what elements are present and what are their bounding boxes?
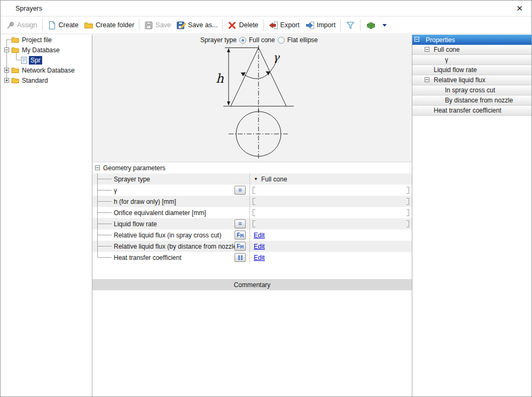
create-folder-button[interactable]: Create folder — [81, 19, 137, 31]
equals-editor-icon[interactable]: = — [234, 186, 246, 195]
folder-icon — [11, 67, 19, 74]
commentary-header: Commentary — [92, 279, 412, 290]
database-tree: Project file My Database Spr Network Dat… — [1, 35, 92, 396]
diagram-angle-label: γ — [273, 51, 280, 63]
liquid-flow-rate-input[interactable] — [249, 218, 412, 229]
export-icon — [269, 21, 278, 30]
collapse-minus-icon[interactable] — [4, 47, 9, 52]
component-icon — [365, 21, 377, 30]
toolbar-separator — [263, 19, 264, 31]
properties-panel: Properties Full cone γ Liquid flow rate … — [412, 35, 531, 396]
tree-item-project-file[interactable]: Project file — [1, 35, 92, 45]
collapse-minus-icon[interactable] — [425, 47, 429, 52]
save-as-icon — [176, 21, 186, 30]
orifice-diameter-input[interactable] — [249, 207, 412, 218]
param-row-flux-cross-cut: Relative liquid flux (in spray cross cut… — [92, 229, 412, 241]
save-button[interactable]: Save — [142, 19, 174, 31]
chevron-down-icon — [382, 24, 387, 27]
parameters-table: Geometry parameters Sprayer type ▼ Full … — [92, 162, 412, 263]
close-icon[interactable]: ✕ — [516, 4, 523, 12]
tree-item-network-database[interactable]: Network Database — [1, 65, 92, 75]
collapse-minus-icon[interactable] — [425, 77, 429, 82]
tree-item-spr[interactable]: Spr — [1, 55, 92, 65]
export-button[interactable]: Export — [266, 19, 302, 31]
collapse-minus-icon[interactable] — [414, 37, 419, 42]
diagram-section: Sprayer type Full cone Flat ellipse — [92, 35, 412, 162]
param-row-orifice-diameter: Orifice equivalent diameter [mm] — [92, 207, 412, 218]
collapse-minus-icon[interactable] — [95, 165, 100, 170]
expand-plus-icon[interactable] — [4, 78, 9, 83]
folder-icon — [11, 36, 19, 43]
radio-full-cone-label[interactable]: Full cone — [249, 36, 275, 44]
function-editor-icon[interactable]: F|x| — [234, 242, 246, 251]
property-item-full-cone[interactable]: Full cone — [412, 45, 531, 55]
table-editor-icon[interactable] — [234, 253, 246, 262]
delete-button[interactable]: Delete — [225, 19, 261, 31]
gamma-input[interactable] — [249, 185, 412, 196]
param-row-flux-distance: Relative liquid flux (by distance from n… — [92, 241, 412, 252]
save-icon — [144, 21, 153, 30]
window-title: Sprayers — [15, 5, 42, 12]
param-row-gamma: γ = — [92, 185, 412, 196]
content-area: Project file My Database Spr Network Dat… — [1, 35, 531, 396]
tree-line — [97, 173, 98, 257]
edit-heat-transfer-link[interactable]: Edit — [254, 254, 265, 261]
edit-flux-distance-link[interactable]: Edit — [254, 243, 265, 250]
property-item-in-spray-cross-cut[interactable]: In spray cross cut — [412, 85, 531, 96]
toolbar-separator — [222, 19, 223, 31]
editor-panel: Sprayer type Full cone Flat ellipse — [92, 35, 412, 396]
save-as-button[interactable]: Save as... — [174, 19, 221, 31]
property-item-gamma[interactable]: γ — [412, 55, 531, 65]
folder-icon — [11, 46, 19, 53]
commentary-input[interactable] — [92, 290, 412, 396]
radio-flat-ellipse-label[interactable]: Flat ellipse — [287, 36, 318, 44]
spacer — [92, 263, 412, 279]
group-row-geometry: Geometry parameters — [92, 162, 412, 173]
property-item-liquid-flow-rate[interactable]: Liquid flow rate — [412, 65, 531, 75]
title-bar: Sprayers ✕ — [1, 1, 531, 17]
toolbar-separator — [360, 19, 361, 31]
param-row-sprayer-type: Sprayer type ▼ Full cone — [92, 173, 412, 185]
cone-diagram: h γ — [200, 45, 317, 162]
toolbar-separator — [42, 19, 43, 31]
document-icon — [21, 57, 27, 64]
dropdown-arrow-icon: ▼ — [254, 177, 258, 181]
param-row-h: h (for draw only) [mm] — [92, 196, 412, 207]
param-row-liquid-flow-rate: Liquid flow rate = — [92, 218, 412, 229]
expand-plus-icon[interactable] — [4, 68, 9, 73]
toolbar: Assign Create Create folder Save Save as… — [1, 17, 531, 34]
properties-header[interactable]: Properties — [412, 35, 531, 45]
pushpin-icon — [6, 21, 15, 30]
radio-flat-ellipse[interactable] — [278, 37, 285, 44]
equals-editor-icon[interactable]: = — [234, 219, 246, 228]
delete-icon — [228, 21, 237, 30]
radio-full-cone[interactable] — [239, 37, 246, 44]
filter-button[interactable] — [343, 19, 358, 31]
sprayer-type-selector: Sprayer type Full cone Flat ellipse — [99, 36, 419, 44]
app-window: Sprayers ✕ Assign Create Create folder S… — [0, 0, 532, 397]
property-item-by-distance-from-nozzle[interactable]: By distance from nozzle — [412, 96, 531, 106]
property-item-relative-liquid-flux[interactable]: Relative liquid flux — [412, 75, 531, 85]
folder-icon — [11, 77, 19, 84]
assign-button[interactable]: Assign — [3, 19, 40, 31]
create-button[interactable]: Create — [45, 19, 82, 31]
import-button[interactable]: Import — [302, 19, 338, 31]
sprayer-type-dropdown[interactable]: ▼ Full cone — [249, 173, 412, 185]
tree-item-my-database[interactable]: My Database — [1, 45, 92, 55]
h-input[interactable] — [249, 196, 412, 207]
edit-flux-cross-cut-link[interactable]: Edit — [254, 232, 265, 239]
new-document-icon — [48, 21, 57, 30]
tree-item-standard[interactable]: Standard — [1, 75, 92, 85]
toolbar-separator — [340, 19, 341, 31]
import-icon — [305, 21, 315, 30]
param-row-heat-transfer: Heat transfer coefficient Edit — [92, 252, 412, 263]
filter-icon — [346, 21, 355, 30]
toolbar-separator — [139, 19, 139, 31]
diagram-height-label: h — [216, 72, 224, 85]
sprayer-type-label: Sprayer type — [200, 36, 237, 44]
property-item-heat-transfer-coefficient[interactable]: Heat transfer coefficient — [412, 106, 531, 116]
function-editor-icon[interactable]: F|x| — [234, 231, 246, 240]
component-dropdown-button[interactable] — [363, 19, 389, 31]
selected-tree-label: Spr — [29, 56, 42, 65]
new-folder-icon — [84, 21, 93, 29]
